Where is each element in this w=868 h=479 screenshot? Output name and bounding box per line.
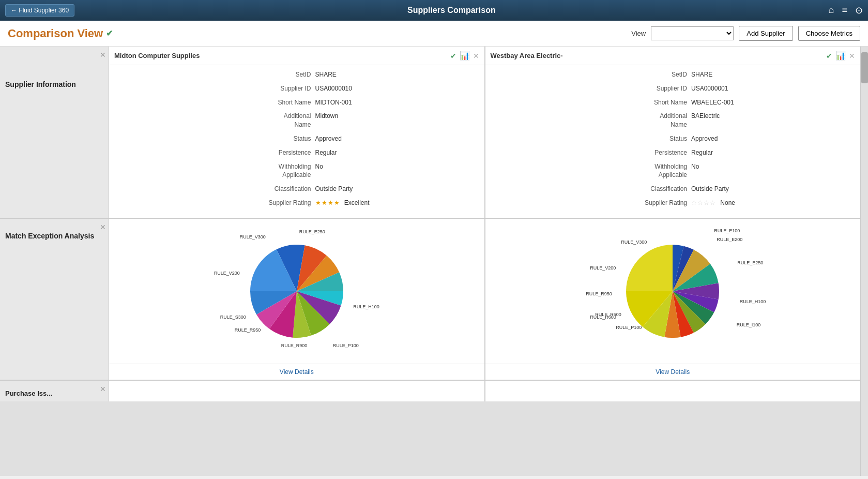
close-bottom-section[interactable]: ✕ (100, 385, 106, 393)
supplier2-status-row: Status Approved (488, 134, 858, 143)
bottom-label-col: ✕ Purchase Iss... (0, 381, 109, 401)
chart1-label-rule-p100: RULE_P100 (333, 343, 359, 348)
comparison-view-title: Comparison View ✔ (8, 27, 626, 40)
match-exception-heading: Match Exception Analysis (0, 224, 109, 245)
supplier2-short-name-row: Short Name WBAELEC-001 (488, 98, 858, 107)
scrollbar-track[interactable] (860, 47, 868, 476)
supplier1-short-name-row: Short Name MIDTON-001 (112, 98, 482, 107)
nav-icons: ⌂ ≡ ⊙ (829, 5, 863, 16)
close-supplier-info[interactable]: ✕ (100, 51, 106, 59)
supplier2-withholding-row: WithholdingApplicable No (488, 162, 858, 180)
supplier2-verified-icon: ✔ (826, 52, 832, 60)
back-button[interactable]: ← Fluid Supplier 360 (5, 4, 74, 17)
bottom-col1 (109, 381, 485, 401)
choose-metrics-button[interactable]: Choose Metrics (798, 26, 860, 41)
chart1-container: RULE_E250 RULE_V300 RULE_V200 RULE_S300 … (209, 224, 385, 358)
supplier2-persistence-row: Persistence Regular (488, 148, 858, 157)
view-select[interactable] (651, 26, 734, 40)
supplier1-rating-row: Supplier Rating ★★★★ Excellent (112, 199, 482, 207)
chart2-label-rule-v200: RULE_V200 (590, 265, 616, 271)
supplier2-close[interactable]: ✕ (849, 52, 855, 60)
supplier2-info-table: SetID SHARE Supplier ID USA0000001 Short… (485, 65, 861, 218)
menu-icon[interactable]: ≡ (842, 5, 847, 16)
supplier1-classification-row: Classification Outside Party (112, 185, 482, 193)
chart2-column: RULE_E100 RULE_E200 RULE_E250 RULE_H100 … (485, 219, 861, 380)
close-match-exception[interactable]: ✕ (100, 223, 106, 231)
chart1-label-rule-v300: RULE_V300 (240, 234, 266, 240)
supplier2-name: Westbay Area Electric- (491, 52, 824, 59)
supplier2-classification-row: Classification Outside Party (488, 185, 858, 193)
navigate-icon[interactable]: ⊙ (855, 5, 863, 16)
page-title: Suppliers Comparison (74, 6, 829, 15)
view-label: View (631, 29, 646, 37)
supplier2-id-row: Supplier ID USA0000001 (488, 84, 858, 93)
chart1-pie (250, 245, 343, 338)
comparison-view-label: Comparison View (8, 27, 103, 40)
match-exception-section: ✕ Match Exception Analysis RULE_E250 RUL… (0, 218, 860, 380)
home-icon[interactable]: ⌂ (829, 5, 834, 16)
supplier1-info-table: SetID SHARE Supplier ID USA0000010 Short… (109, 65, 484, 218)
sub-header: Comparison View ✔ View Add Supplier Choo… (0, 21, 868, 47)
supplier1-id-row: Supplier ID USA0000010 (112, 84, 482, 93)
supplier2-additional-name-row: AdditionalName BAElectric (488, 112, 858, 129)
chart2-label-rule-e100: RULE_E100 (714, 228, 740, 233)
chart2-label-rule-h100: RULE_H100 (740, 299, 766, 304)
chart2-label-rule-r600: RULE_R600 (590, 315, 616, 320)
chart1-view-details[interactable]: View Details (109, 364, 484, 380)
supplier1-column: Midton Computer Supplies ✔ 📊 ✕ SetID SHA… (109, 47, 485, 218)
supplier1-chart-icon[interactable]: 📊 (460, 51, 470, 61)
supplier2-chart-icon[interactable]: 📊 (835, 51, 846, 61)
chart1-label-rule-e250: RULE_E250 (299, 229, 325, 234)
supplier1-setid-row: SetID SHARE (112, 70, 482, 79)
supplier-info-label-col: ✕ Supplier Information (0, 47, 109, 218)
supplier1-status-row: Status Approved (112, 134, 482, 143)
bottom-col2 (485, 381, 861, 401)
supplier2-column: Westbay Area Electric- ✔ 📊 ✕ SetID SHARE… (485, 47, 861, 218)
add-supplier-button[interactable]: Add Supplier (739, 26, 793, 41)
supplier1-rating-label: Excellent (344, 199, 370, 206)
chart1-column: RULE_E250 RULE_V300 RULE_V200 RULE_S300 … (109, 219, 485, 380)
supplier1-header: Midton Computer Supplies ✔ 📊 ✕ (109, 47, 484, 65)
supplier2-setid-row: SetID SHARE (488, 70, 858, 79)
supplier1-additional-name-row: AdditionalName Midtown (112, 112, 482, 129)
chart2-label-rule-e200: RULE_E200 (717, 237, 742, 242)
supplier1-persistence-row: Persistence Regular (112, 148, 482, 157)
supplier1-withholding-row: WithholdingApplicable No (112, 162, 482, 180)
chart2-label-rule-v300: RULE_V300 (621, 240, 647, 245)
supplier2-rating-label: None (720, 199, 735, 206)
supplier2-stars: ☆☆☆☆ (691, 199, 716, 206)
chart2-label-rule-e250: RULE_E250 (737, 260, 763, 265)
supplier1-name: Midton Computer Supplies (114, 52, 447, 59)
scrollbar-thumb[interactable] (861, 52, 868, 83)
supplier2-rating-row: Supplier Rating ☆☆☆☆ None (488, 199, 858, 207)
chart1-label-rule-h100: RULE_H100 (353, 304, 379, 309)
supplier1-close[interactable]: ✕ (473, 52, 479, 60)
info-icon: ✔ (106, 28, 113, 38)
supplier-info-section: ✕ Supplier Information Midton Computer S… (0, 47, 860, 218)
bottom-section: ✕ Purchase Iss... (0, 380, 860, 401)
chart1-label-rule-s300: RULE_S300 (220, 315, 246, 320)
chart2-label-rule-r950: RULE_R950 (586, 291, 612, 296)
supplier2-header: Westbay Area Electric- ✔ 📊 ✕ (485, 47, 861, 65)
chart2-pie (626, 245, 719, 338)
chart1-label-rule-v200: RULE_V200 (214, 271, 240, 276)
supplier-info-heading: Supplier Information (0, 72, 109, 94)
supplier1-stars: ★★★★ (315, 199, 340, 206)
chart2-container: RULE_E100 RULE_E200 RULE_E250 RULE_H100 … (574, 224, 771, 358)
chart1-label-rule-r900: RULE_R900 (281, 343, 308, 348)
top-navigation: ← Fluid Supplier 360 Suppliers Compariso… (0, 0, 868, 21)
chart2-label-rule-i100: RULE_I100 (737, 322, 761, 327)
bottom-section-heading: Purchase Iss... (0, 383, 109, 401)
supplier1-verified-icon: ✔ (450, 52, 456, 60)
match-exception-label-col: ✕ Match Exception Analysis (0, 219, 109, 380)
chart2-view-details[interactable]: View Details (485, 364, 861, 380)
